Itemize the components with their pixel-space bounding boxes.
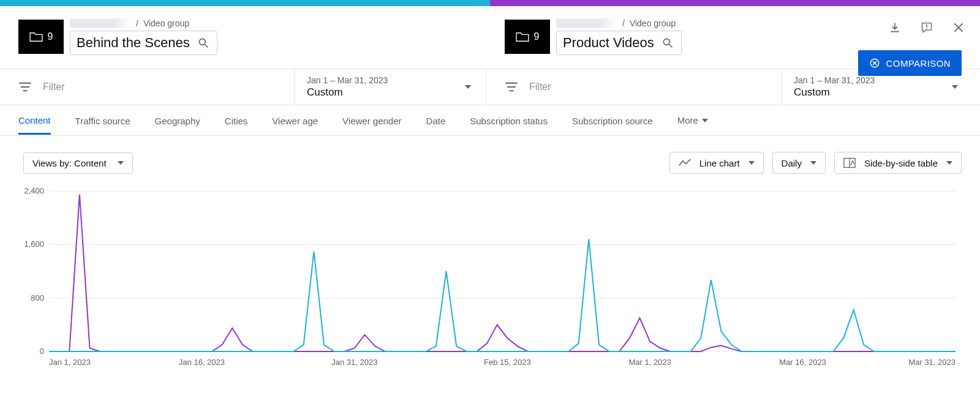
svg-text:1,600: 1,600 — [24, 239, 44, 249]
breadcrumb-label-right: Video group — [630, 18, 676, 28]
breadcrumb-block — [70, 18, 131, 28]
header-actions — [888, 21, 965, 34]
svg-point-0 — [199, 39, 205, 45]
tab-viewer-age[interactable]: Viewer age — [272, 107, 318, 133]
granularity-dropdown[interactable]: Daily — [772, 152, 826, 174]
search-icon — [662, 37, 674, 49]
svg-line-1 — [205, 45, 208, 48]
tabs-row: ContentTraffic sourceGeographyCitiesView… — [0, 105, 980, 136]
tab-viewer-gender[interactable]: Viewer gender — [342, 107, 401, 133]
folder-badge-right: 9 — [505, 20, 550, 54]
svg-text:Jan 1, 2023: Jan 1, 2023 — [49, 358, 91, 367]
date-mode-left: Custom — [307, 86, 473, 99]
folder-count-right: 9 — [534, 31, 540, 42]
chart-type-dropdown[interactable]: Line chart — [669, 152, 764, 174]
svg-text:Mar 1, 2023: Mar 1, 2023 — [628, 358, 671, 367]
svg-text:Feb 15, 2023: Feb 15, 2023 — [484, 358, 531, 367]
date-range-text-left: Jan 1 – Mar 31, 2023 — [307, 75, 473, 85]
svg-text:Mar 31, 2023: Mar 31, 2023 — [908, 358, 956, 367]
header-left: 9 / Video group Behind the Scenes — [0, 18, 486, 55]
breadcrumb-label-left: Video group — [143, 18, 189, 28]
filter-icon — [505, 81, 518, 92]
chevron-down-icon — [748, 161, 755, 165]
breadcrumb-left[interactable]: / Video group — [70, 18, 217, 28]
svg-point-5 — [926, 28, 927, 29]
svg-point-2 — [663, 39, 669, 45]
breadcrumb-sep: / — [622, 18, 625, 28]
table-mode-dropdown[interactable]: Side-by-side table — [834, 152, 962, 174]
line-chart-icon — [679, 159, 691, 167]
tab-geography[interactable]: Geography — [155, 107, 200, 133]
svg-text:800: 800 — [31, 293, 44, 302]
title-search-left[interactable]: Behind the Scenes — [70, 31, 217, 55]
svg-text:0: 0 — [40, 347, 44, 356]
chevron-down-icon — [946, 161, 952, 165]
svg-text:Mar 16, 2023: Mar 16, 2023 — [779, 358, 826, 367]
svg-text:Jan 31, 2023: Jan 31, 2023 — [331, 358, 377, 367]
feedback-icon[interactable] — [920, 21, 933, 34]
chevron-down-icon — [465, 85, 471, 89]
series-behind-the-scenes — [49, 195, 956, 352]
chevron-down-icon — [118, 161, 124, 165]
close-icon[interactable] — [952, 21, 965, 34]
tab-cities[interactable]: Cities — [225, 107, 248, 133]
tab-subscription-status[interactable]: Subscription status — [470, 107, 548, 133]
accent-bar-left — [0, 0, 490, 6]
chart-type-label: Line chart — [699, 158, 740, 168]
comparison-button-label: COMPARISON — [886, 58, 951, 69]
views-by-label: Views by: Content — [32, 158, 107, 168]
breadcrumb-right[interactable]: / Video group — [556, 18, 682, 28]
svg-text:2,400: 2,400 — [24, 186, 44, 195]
tab-traffic-source[interactable]: Traffic source — [75, 107, 130, 133]
svg-text:Jan 16, 2023: Jan 16, 2023 — [179, 358, 225, 367]
chevron-down-icon — [810, 161, 816, 165]
breadcrumb-sep: / — [136, 18, 138, 28]
tab-date[interactable]: Date — [426, 107, 446, 133]
group-title-left: Behind the Scenes — [77, 35, 190, 51]
title-search-right[interactable]: Product Videos — [556, 31, 682, 55]
filter-icon — [18, 81, 32, 92]
folder-icon — [516, 31, 529, 42]
filter-right[interactable]: Filter — [486, 69, 782, 105]
folder-icon — [29, 31, 43, 42]
accent-bar-right — [490, 0, 980, 6]
series-product-videos — [49, 239, 956, 351]
breadcrumb-block — [556, 18, 617, 28]
table-mode-label: Side-by-side table — [864, 158, 938, 168]
chevron-down-icon — [702, 119, 708, 122]
folder-badge-left: 9 — [18, 20, 64, 54]
chart-area: 08001,6002,400Jan 1, 2023Jan 16, 2023Jan… — [0, 180, 980, 375]
side-by-side-table-icon — [843, 157, 856, 168]
filter-placeholder-left: Filter — [43, 81, 65, 92]
date-range-left[interactable]: Jan 1 – Mar 31, 2023 Custom — [295, 69, 486, 105]
tab-content[interactable]: Content — [18, 107, 51, 135]
search-icon — [197, 37, 209, 49]
tab-subscription-source[interactable]: Subscription source — [572, 107, 653, 133]
views-by-dropdown[interactable]: Views by: Content — [23, 152, 133, 174]
date-mode-right: Custom — [794, 86, 960, 99]
date-range-text-right: Jan 1 – Mar 31, 2023 — [794, 75, 960, 85]
filter-left[interactable]: Filter — [0, 69, 295, 105]
download-icon[interactable] — [888, 21, 902, 34]
granularity-label: Daily — [782, 158, 802, 168]
group-title-right: Product Videos — [563, 35, 654, 51]
folder-count-left: 9 — [48, 31, 53, 42]
tab-more[interactable]: More — [677, 115, 708, 126]
filter-placeholder-right: Filter — [529, 81, 551, 92]
date-range-right[interactable]: Jan 1 – Mar 31, 2023 Custom — [782, 69, 973, 105]
svg-line-3 — [669, 45, 672, 48]
chevron-down-icon — [952, 85, 958, 89]
